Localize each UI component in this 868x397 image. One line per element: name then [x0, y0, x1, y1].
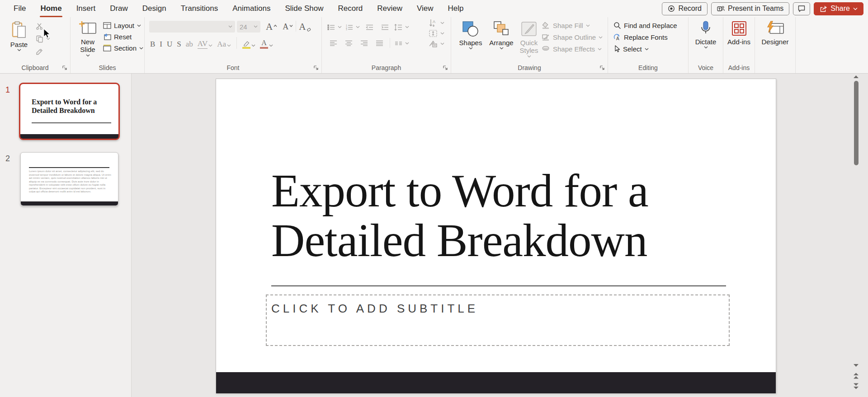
subtitle-placeholder[interactable]: CLICK TO ADD SUBTITLE	[266, 294, 730, 346]
font-color-button[interactable]: A	[260, 39, 273, 49]
replace-fonts-button[interactable]: A Replace Fonts	[613, 33, 677, 41]
menu-help[interactable]: Help	[441, 0, 471, 17]
arrange-button[interactable]: Arrange	[486, 21, 516, 50]
highlight-color-button[interactable]	[242, 41, 255, 49]
comment-icon	[797, 5, 806, 13]
new-slide-button[interactable]: New Slide	[75, 21, 100, 57]
align-text-button[interactable]	[429, 29, 444, 37]
highlighter-icon	[243, 41, 250, 47]
section-button[interactable]: Section	[103, 44, 143, 52]
svg-text:A: A	[616, 36, 619, 41]
ribbon-group-font: 24 A A A B I U S ab AV Aa	[145, 17, 322, 73]
increase-indent-button[interactable]	[379, 22, 391, 33]
menu-file[interactable]: File	[6, 0, 33, 17]
clipboard-group-label: Clipboard	[0, 64, 70, 71]
scroll-up-arrow[interactable]	[853, 75, 859, 79]
convert-to-smartart-button[interactable]	[429, 40, 444, 48]
menu-draw[interactable]: Draw	[103, 0, 135, 17]
numbering-button[interactable]: 123	[345, 24, 360, 31]
vertical-scrollbar-thumb[interactable]	[854, 81, 859, 165]
chevron-down-icon[interactable]	[46, 37, 50, 40]
paste-button[interactable]: Paste	[7, 21, 31, 51]
svg-text:3: 3	[346, 28, 347, 31]
align-left-button[interactable]	[327, 38, 339, 49]
font-name-combobox[interactable]	[149, 21, 235, 33]
share-icon	[820, 5, 827, 13]
slide-1-thumbnail-underline	[32, 122, 111, 123]
chevron-down-icon	[356, 26, 360, 28]
share-button[interactable]: Share	[814, 2, 863, 15]
paragraph-dialog-launcher-icon[interactable]	[443, 65, 448, 70]
previous-slide-button[interactable]	[853, 372, 859, 379]
text-direction-button[interactable]: A	[429, 19, 444, 27]
menu-review[interactable]: Review	[370, 0, 410, 17]
columns-icon	[395, 40, 402, 47]
shape-fill-button[interactable]: Shape Fill	[542, 22, 603, 29]
align-right-button[interactable]	[358, 38, 370, 49]
select-button[interactable]: Select	[613, 45, 677, 53]
menu-record[interactable]: Record	[330, 0, 370, 17]
justify-button[interactable]	[373, 38, 385, 49]
slide-title-textbox[interactable]: Export to Word for a Detailed Breakdown	[271, 166, 769, 265]
comments-button[interactable]	[793, 2, 810, 15]
shape-outline-button[interactable]: Shape Outline	[542, 33, 603, 41]
reset-button[interactable]: Reset	[103, 33, 143, 41]
shape-effects-button[interactable]: Shape Effects	[542, 45, 603, 53]
find-and-replace-button[interactable]: Find and Replace	[613, 22, 677, 29]
quick-styles-button[interactable]: Quick Styles	[517, 21, 541, 58]
align-center-button[interactable]	[343, 38, 354, 49]
copy-button[interactable]	[33, 33, 45, 44]
designer-button[interactable]: Designer	[755, 21, 795, 46]
slide-1-thumbnail-title: Export to Word for a Detailed Breakdown	[32, 98, 108, 115]
add-ins-button[interactable]: Add-ins	[723, 21, 755, 46]
text-shadow-button[interactable]: S	[177, 40, 181, 49]
cut-button[interactable]	[33, 21, 45, 32]
change-case-button[interactable]: Aa	[217, 40, 231, 49]
scroll-down-arrow[interactable]	[853, 363, 859, 368]
slide-editor-area: Export to Word for a Detailed Breakdown …	[132, 74, 868, 397]
slide-1-thumbnail[interactable]: Export to Word for a Detailed Breakdown	[19, 83, 120, 140]
present-in-teams-button[interactable]: Present in Teams	[711, 2, 789, 15]
font-size-combobox[interactable]: 24	[237, 21, 260, 33]
slide-2-thumbnail[interactable]: Lorem ipsum dolor sit amet, consectetur …	[20, 152, 118, 206]
slide-canvas[interactable]: Export to Word for a Detailed Breakdown …	[216, 79, 776, 393]
menu-design[interactable]: Design	[135, 0, 174, 17]
voice-group-label: Voice	[689, 64, 723, 71]
format-painter-icon	[36, 48, 43, 56]
decrease-indent-button[interactable]	[363, 22, 375, 33]
menu-insert[interactable]: Insert	[69, 0, 103, 17]
record-button[interactable]: Record	[662, 2, 708, 15]
section-icon	[103, 45, 111, 51]
clipboard-dialog-launcher-icon[interactable]	[62, 65, 67, 70]
menu-transitions[interactable]: Transitions	[174, 0, 226, 17]
menu-animations[interactable]: Animations	[225, 0, 278, 17]
decrease-font-size-button[interactable]: A	[283, 22, 293, 32]
chevron-down-icon	[599, 36, 603, 39]
columns-button[interactable]	[395, 40, 409, 47]
next-slide-button[interactable]	[853, 383, 859, 390]
new-slide-icon	[79, 21, 97, 36]
drawing-dialog-launcher-icon[interactable]	[599, 65, 605, 70]
menu-home[interactable]: Home	[33, 0, 69, 17]
font-dialog-launcher-icon[interactable]	[313, 65, 319, 70]
add-ins-icon	[731, 21, 747, 36]
bold-button[interactable]: B	[150, 40, 155, 49]
line-spacing-button[interactable]	[394, 24, 409, 31]
reset-icon	[103, 33, 111, 40]
menu-slide-show[interactable]: Slide Show	[278, 0, 330, 17]
character-spacing-button[interactable]: AV	[198, 39, 212, 49]
bullets-button[interactable]	[327, 24, 342, 31]
underline-button[interactable]: U	[167, 40, 172, 49]
strikethrough-button[interactable]: ab	[186, 40, 193, 49]
menu-view[interactable]: View	[410, 0, 441, 17]
clear-formatting-button[interactable]: A	[299, 21, 311, 33]
layout-button[interactable]: Layout	[103, 22, 143, 29]
increase-font-size-button[interactable]: A	[266, 21, 277, 33]
shapes-button[interactable]: Shapes	[457, 21, 485, 50]
quick-styles-icon	[520, 21, 538, 37]
italic-button[interactable]: I	[160, 40, 162, 49]
dictate-button[interactable]: Dictate	[689, 21, 723, 49]
chevron-down-icon	[405, 42, 409, 45]
format-painter-button[interactable]	[33, 46, 45, 57]
chevron-down-icon	[228, 25, 232, 28]
